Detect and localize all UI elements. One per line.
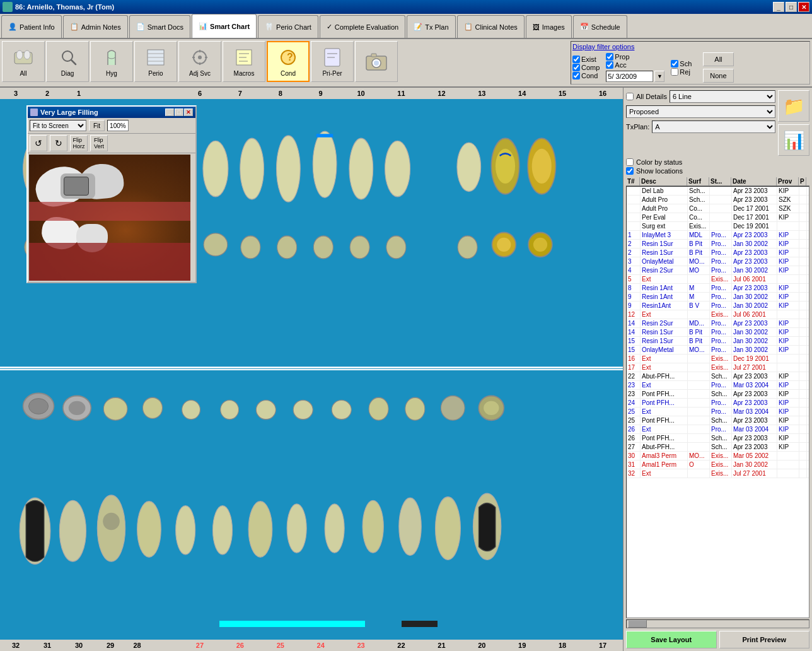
table-row[interactable]: 23 Ext Pro... Mar 03 2004 KIP [627, 381, 809, 390]
cell-status: Exis... [710, 310, 732, 319]
top-right-numbers: 6 7 8 9 10 11 12 13 14 15 16 [180, 90, 623, 97]
filter-date-dropdown[interactable]: ▼ [654, 71, 664, 82]
tool-perio[interactable]: Perio [134, 41, 177, 82]
table-row[interactable]: 14 Resin 2Sur MD... Pro... Apr 23 2003 K… [627, 319, 809, 328]
table-row[interactable]: 1 InlayMet 3 MDL Pro... Apr 23 2003 KIP [627, 231, 809, 240]
table-row[interactable]: 32 Ext Exis... Jul 27 2001 [627, 469, 809, 478]
filter-prop-checkbox[interactable] [606, 53, 613, 61]
filter-date-input[interactable] [606, 71, 653, 82]
table-row[interactable]: 27 Abut-PFH... Sch... Apr 23 2003 KIP [627, 443, 809, 452]
fw-image-display [29, 155, 190, 281]
tool-hyg[interactable]: Hyg [90, 41, 133, 82]
svg-rect-27 [371, 54, 376, 57]
tool-all[interactable]: All [2, 41, 45, 82]
table-row[interactable]: 25 Pont PFH... Sch... Apr 23 2003 KIP [627, 416, 809, 425]
fw-flip-vert-button[interactable]: FlipVert [90, 135, 108, 151]
fw-fit-button[interactable]: Fit [89, 120, 105, 131]
table-row[interactable]: 25 Ext Pro... Mar 03 2004 KIP [627, 408, 809, 416]
table-row[interactable]: 5 Ext Exis... Jul 06 2001 [627, 275, 809, 284]
tab-admin-notes[interactable]: 📋 Admin Notes [63, 15, 128, 38]
chart-icon-btn[interactable]: 📊 [778, 124, 809, 156]
table-row[interactable]: 15 Resin 1Sur B Pit Pro... Jan 30 2002 K… [627, 337, 809, 346]
table-row[interactable]: Adult Pro Co... Dec 17 2001 SZK [627, 204, 809, 213]
tool-pri-per[interactable]: Pri-Per [311, 41, 354, 82]
table-row[interactable]: 12 Ext Exis... Jul 06 2001 [627, 310, 809, 319]
table-horizontal-scrollbar[interactable] [626, 619, 809, 628]
table-row[interactable]: 3 OnlayMetal MO... Pro... Apr 23 2003 KI… [627, 257, 809, 266]
table-row[interactable]: 16 Ext Exis... Dec 19 2001 [627, 355, 809, 363]
table-row[interactable]: Adult Pro Sch... Apr 23 2003 SZK [627, 196, 809, 204]
tab-schedule[interactable]: 📅 Schedule [573, 15, 627, 38]
table-row[interactable]: 2 Resin 1Sur B Pit Pro... Apr 23 2003 KI… [627, 249, 809, 257]
cell-prov: KIP [777, 381, 799, 389]
table-row[interactable]: 2 Resin 1Sur B Pit Pro... Jan 30 2002 KI… [627, 240, 809, 249]
tool-diag[interactable]: Diag [46, 41, 89, 82]
chart-table[interactable]: Del Lab Sch... Apr 23 2003 KIP Adult Pro… [626, 186, 809, 618]
tab-tx-plan[interactable]: 📝 Tx Plan [407, 15, 455, 38]
cell-p [799, 337, 807, 345]
tab-smart-chart[interactable]: 📊 Smart Chart [192, 14, 257, 38]
status-select[interactable]: Proposed Existing Scheduled [626, 105, 775, 118]
table-row[interactable]: 23 Pont PFH... Sch... Apr 23 2003 KIP [627, 390, 809, 399]
table-row[interactable]: 14 Resin 1Sur B Pit Pro... Jan 30 2002 K… [627, 328, 809, 337]
table-row[interactable]: 9 Resin1Ant B V Pro... Jan 30 2002 KIP [627, 302, 809, 310]
tool-adj-svc[interactable]: Adj Svc [178, 41, 221, 82]
tab-smart-docs[interactable]: 📄 Smart Docs [129, 15, 190, 38]
scrollbar-thumb[interactable] [628, 620, 647, 628]
close-button[interactable]: ✕ [798, 2, 809, 12]
table-row[interactable]: 30 Amal3 Perm MO... Exis... Mar 05 2002 [627, 452, 809, 460]
tool-camera[interactable] [355, 41, 398, 82]
table-row[interactable]: 26 Pont PFH... Sch... Apr 23 2003 KIP [627, 434, 809, 443]
line-select[interactable]: 6 Line 4 Line 8 Line [670, 90, 775, 103]
cell-status [710, 187, 732, 195]
table-row[interactable]: 24 Pont PFH... Pro... Apr 23 2003 KIP [627, 399, 809, 408]
fw-close-button[interactable]: ✕ [184, 108, 193, 116]
tab-images[interactable]: 🖼 Images [526, 15, 572, 38]
filter-acc-checkbox[interactable] [606, 61, 613, 69]
filter-rej-checkbox[interactable] [671, 68, 678, 76]
table-row[interactable]: 9 Resin 1Ant M Pro... Jan 30 2002 KIP [627, 293, 809, 302]
tab-complete-eval[interactable]: ✓ Complete Evaluation [320, 15, 406, 38]
tool-cond[interactable]: ? Cond [267, 41, 310, 82]
fw-fit-select[interactable]: Fit to Screen Original [30, 120, 86, 131]
table-row[interactable]: 15 OnlayMetal MO... Pro... Jan 30 2002 K… [627, 346, 809, 355]
tooth-num-14: 14 [502, 90, 542, 97]
filter-prop: Prop [606, 53, 664, 61]
maximize-button[interactable]: □ [786, 2, 797, 12]
print-preview-button[interactable]: Print Preview [719, 631, 810, 648]
fw-undo-button[interactable]: ↺ [30, 135, 47, 151]
fw-flip-horz-button[interactable]: FlipHorz [70, 135, 88, 151]
tool-macros[interactable]: Macros [223, 41, 265, 82]
filter-link[interactable]: Display filter options [572, 43, 634, 50]
filter-all-button[interactable]: All [703, 52, 733, 66]
tab-clinical-notes[interactable]: 📋 Clinical Notes [457, 15, 525, 38]
filter-none-button[interactable]: None [703, 69, 733, 83]
folder-icon-btn[interactable]: 📁 [778, 90, 809, 122]
filter-comp-checkbox[interactable] [572, 64, 580, 71]
filter-exist-checkbox[interactable] [572, 56, 580, 63]
fw-maximize-button[interactable]: □ [175, 108, 183, 116]
save-layout-button[interactable]: Save Layout [626, 631, 717, 648]
minimize-button[interactable]: _ [773, 2, 784, 12]
svg-point-38 [313, 131, 337, 197]
fw-redo-button[interactable]: ↻ [50, 135, 67, 151]
fw-minimize-button[interactable]: _ [165, 108, 174, 116]
table-row[interactable]: 4 Resin 2Sur MO Pro... Jan 30 2002 KIP [627, 266, 809, 275]
all-details-checkbox[interactable] [626, 93, 634, 100]
table-row[interactable]: 8 Resin 1Ant M Pro... Apr 23 2003 KIP [627, 284, 809, 293]
table-row[interactable]: 17 Ext Exis... Jul 27 2001 [627, 363, 809, 372]
filter-sch-checkbox[interactable] [671, 60, 678, 67]
tab-patient-info[interactable]: 👤 Patient Info [1, 15, 62, 38]
table-row[interactable]: 31 Amal1 Perm O Exis... Jan 30 2002 [627, 460, 809, 469]
table-row[interactable]: Per Eval Co... Dec 17 2001 KIP [627, 213, 809, 222]
table-row[interactable]: 26 Ext Pro... Mar 03 2004 KIP [627, 425, 809, 434]
color-by-status-checkbox[interactable] [626, 158, 634, 166]
table-row[interactable]: 22 Abut-PFH... Sch... Apr 23 2003 KIP [627, 372, 809, 381]
table-row[interactable]: Surg ext Exis... Dec 19 2001 [627, 222, 809, 231]
filter-cond-checkbox[interactable] [572, 72, 580, 79]
show-locations-checkbox[interactable] [626, 167, 634, 175]
tab-perio-chart[interactable]: 🦷 Perio Chart [258, 15, 318, 38]
txplan-select[interactable]: A B C [652, 120, 775, 133]
table-row[interactable]: Del Lab Sch... Apr 23 2003 KIP [627, 187, 809, 196]
tooth-numbers-top: 3 2 1 6 7 8 9 10 11 12 13 14 15 16 [0, 88, 623, 99]
